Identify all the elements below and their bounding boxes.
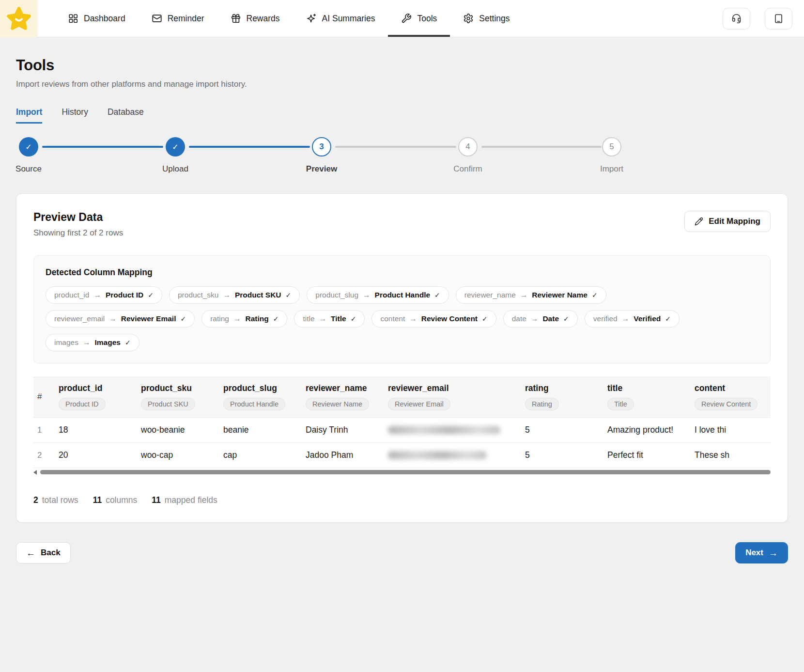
- topbar-actions: [723, 8, 792, 30]
- stat-value: 2: [33, 495, 38, 505]
- nav-item-ai-summaries[interactable]: AI Summaries: [293, 0, 388, 37]
- chip-target: Reviewer Email: [121, 314, 176, 323]
- tab-history[interactable]: History: [62, 107, 88, 124]
- check-icon: ✓: [273, 315, 279, 323]
- next-button[interactable]: Next →: [735, 542, 788, 563]
- back-button[interactable]: ← Back: [16, 542, 71, 563]
- column-mapped-badge: Reviewer Name: [306, 398, 369, 410]
- nav-item-rewards[interactable]: Rewards: [217, 0, 293, 37]
- top-navigation: Dashboard Reminder Rewards AI Summaries: [0, 0, 804, 37]
- stat-value: 11: [93, 495, 102, 505]
- arrow-right-icon: →: [622, 314, 630, 323]
- mapping-chip[interactable]: product_id→Product ID✓: [46, 286, 162, 304]
- nav-label: AI Summaries: [322, 14, 375, 24]
- support-button[interactable]: [723, 8, 750, 30]
- mapping-chip[interactable]: content→Review Content✓: [371, 310, 496, 328]
- stat-label: total rows: [42, 495, 78, 505]
- check-icon: ✓: [563, 315, 569, 323]
- column-name: rating: [525, 383, 598, 393]
- table-row: 2 20 woo-cap cap Jadoo Pham 5 Perfect fi…: [33, 443, 771, 468]
- cell-product-sku: woo-cap: [136, 443, 218, 468]
- column-header-content: contentReview Content: [690, 377, 771, 418]
- scrollbar-thumb[interactable]: [40, 470, 771, 474]
- nav-label: Dashboard: [84, 14, 125, 24]
- mapping-chip[interactable]: reviewer_email→Reviewer Email✓: [46, 310, 195, 328]
- column-header-reviewer-email: reviewer_emailReviewer Email: [383, 377, 520, 418]
- chip-source: product_slug: [315, 291, 358, 299]
- page-title: Tools: [16, 57, 788, 74]
- tools-tabs: Import History Database: [16, 107, 788, 124]
- step-label-upload: Upload: [162, 164, 188, 174]
- tab-import[interactable]: Import: [16, 107, 42, 124]
- table-stats: 2total rows 11columns 11mapped fields: [33, 495, 771, 505]
- chip-target: Date: [542, 314, 559, 323]
- mapping-chip[interactable]: product_slug→Product Handle✓: [307, 286, 449, 304]
- mapping-chip[interactable]: product_sku→Product SKU✓: [169, 286, 300, 304]
- cell-reviewer-email-blurred: [383, 418, 520, 443]
- horizontal-scrollbar[interactable]: [33, 469, 771, 475]
- table-row: 1 18 woo-beanie beanie Daisy Trinh 5 Ama…: [33, 418, 771, 443]
- check-icon: ✓: [286, 291, 292, 299]
- step-label-preview: Preview: [306, 164, 337, 174]
- step-label-confirm: Confirm: [453, 164, 482, 174]
- main-nav: Dashboard Reminder Rewards AI Summaries: [55, 0, 523, 37]
- column-mapped-badge: Product ID: [59, 398, 106, 410]
- mapping-chip[interactable]: date→Date✓: [503, 310, 578, 328]
- arrow-right-icon: →: [109, 314, 117, 323]
- step-circle-source: ✓: [19, 137, 38, 156]
- column-header-title: titleTitle: [603, 377, 690, 418]
- mapping-chip[interactable]: title→Title✓: [294, 310, 365, 328]
- check-icon: ✓: [434, 291, 440, 299]
- cell-rating: 5: [520, 443, 603, 468]
- mapping-chips: product_id→Product ID✓ product_sku→Produ…: [46, 286, 758, 351]
- star-logo-icon: [6, 6, 32, 32]
- chip-target: Verified: [634, 314, 661, 323]
- chip-target: Product Handle: [375, 291, 431, 299]
- column-name: title: [607, 383, 685, 393]
- cell-title: Perfect fit: [603, 443, 690, 468]
- arrow-right-icon: →: [83, 338, 91, 347]
- sparkles-icon: [306, 13, 317, 24]
- mapping-chip[interactable]: images→Images✓: [46, 334, 139, 351]
- app-logo[interactable]: [0, 0, 37, 37]
- cell-product-id: 20: [54, 443, 136, 468]
- nav-item-settings[interactable]: Settings: [450, 0, 523, 37]
- chip-source: rating: [210, 314, 229, 323]
- cell-reviewer-name: Daisy Trinh: [301, 418, 383, 443]
- arrow-right-icon: →: [319, 314, 327, 323]
- mapping-chip[interactable]: verified→Verified✓: [585, 310, 680, 328]
- row-number: 1: [33, 418, 54, 443]
- cell-reviewer-email-blurred: [383, 443, 520, 468]
- gift-icon: [231, 13, 241, 24]
- stat-mapped-fields: 11mapped fields: [152, 495, 217, 505]
- chip-source: date: [512, 314, 526, 323]
- column-mapped-badge: Title: [607, 398, 634, 410]
- column-header-hash: #: [33, 377, 54, 418]
- device-preview-button[interactable]: [765, 8, 792, 30]
- column-mapped-badge: Rating: [525, 398, 559, 410]
- tablet-icon: [773, 14, 784, 24]
- row-number: 2: [33, 443, 54, 468]
- cell-title: Amazing product!: [603, 418, 690, 443]
- check-icon: ✓: [351, 315, 356, 323]
- step-connector: [189, 146, 310, 148]
- wrench-icon: [401, 13, 412, 24]
- chip-source: title: [303, 314, 314, 323]
- step-circle-preview: 3: [312, 137, 331, 156]
- step-circle-import: 5: [602, 137, 621, 156]
- card-title: Preview Data: [33, 211, 123, 224]
- mapping-chip[interactable]: rating→Rating✓: [201, 310, 287, 328]
- step-label-source: Source: [15, 164, 42, 174]
- mapping-chip[interactable]: reviewer_name→Reviewer Name✓: [456, 286, 606, 304]
- nav-item-tools[interactable]: Tools: [388, 0, 450, 37]
- mail-icon: [152, 13, 162, 24]
- nav-item-reminder[interactable]: Reminder: [139, 0, 217, 37]
- scroll-left-arrow-icon[interactable]: [33, 470, 37, 475]
- nav-item-dashboard[interactable]: Dashboard: [55, 0, 139, 37]
- preview-table-container: # product_idProduct ID product_skuProduc…: [33, 377, 771, 475]
- chip-source: reviewer_email: [54, 314, 105, 323]
- step-circle-confirm: 4: [458, 137, 478, 156]
- nav-label: Reminder: [168, 14, 204, 24]
- tab-database[interactable]: Database: [108, 107, 144, 124]
- edit-mapping-button[interactable]: Edit Mapping: [684, 211, 771, 232]
